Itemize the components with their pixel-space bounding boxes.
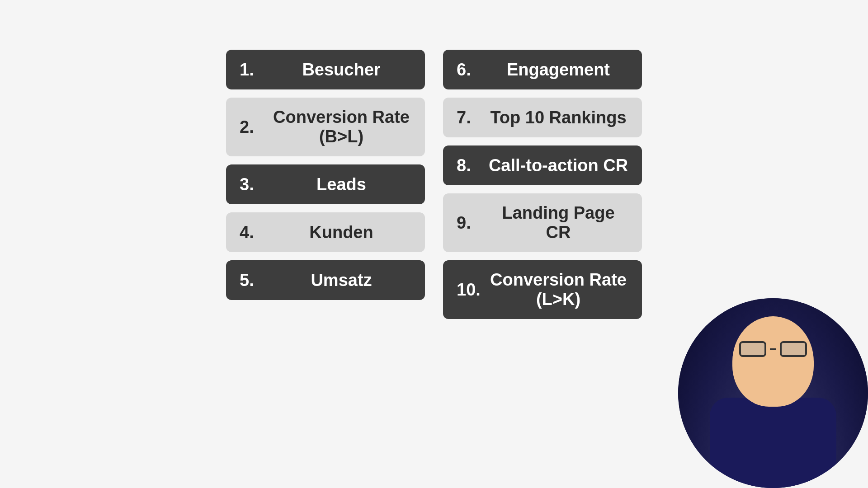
kpi-item-5: 5.Umsatz	[226, 260, 425, 300]
webcam-overlay	[678, 298, 868, 488]
kpi-number-5: 10.	[457, 280, 488, 300]
kpi-number-4: 9.	[457, 213, 488, 233]
kpi-grid: 1.Besucher2.Conversion Rate (B>L)3.Leads…	[0, 50, 868, 319]
kpi-item-1: 1.Besucher	[226, 50, 425, 89]
kpi-label-2: Conversion Rate (B>L)	[271, 108, 411, 146]
kpi-item-4: 9.Landing Page CR	[443, 193, 642, 252]
kpi-label-1: Besucher	[271, 60, 411, 80]
kpi-label-4: Kunden	[271, 223, 411, 242]
kpi-label-1: Engagement	[488, 60, 628, 80]
kpi-item-2: 7.Top 10 Rankings	[443, 98, 642, 137]
kpi-item-3: 3.Leads	[226, 164, 425, 204]
kpi-label-5: Conversion Rate (L>K)	[488, 270, 628, 309]
right-column: 6.Engagement7.Top 10 Rankings8.Call-to-a…	[443, 50, 642, 319]
kpi-item-2: 2.Conversion Rate (B>L)	[226, 98, 425, 156]
kpi-number-3: 8.	[457, 156, 488, 175]
kpi-item-4: 4.Kunden	[226, 212, 425, 252]
kpi-label-4: Landing Page CR	[488, 203, 628, 242]
kpi-number-5: 5.	[240, 271, 271, 290]
kpi-label-5: Umsatz	[271, 271, 411, 290]
kpi-number-2: 2.	[240, 117, 271, 137]
kpi-label-3: Call-to-action CR	[488, 156, 628, 175]
kpi-number-1: 6.	[457, 60, 488, 80]
presenter-video	[678, 298, 868, 488]
kpi-number-3: 3.	[240, 175, 271, 194]
page-title	[0, 0, 868, 50]
kpi-item-5: 10.Conversion Rate (L>K)	[443, 260, 642, 319]
kpi-label-3: Leads	[271, 175, 411, 194]
left-column: 1.Besucher2.Conversion Rate (B>L)3.Leads…	[226, 50, 425, 319]
kpi-number-1: 1.	[240, 60, 271, 80]
kpi-item-1: 6.Engagement	[443, 50, 642, 89]
kpi-number-2: 7.	[457, 108, 488, 127]
kpi-number-4: 4.	[240, 223, 271, 242]
kpi-label-2: Top 10 Rankings	[488, 108, 628, 127]
kpi-item-3: 8.Call-to-action CR	[443, 145, 642, 185]
